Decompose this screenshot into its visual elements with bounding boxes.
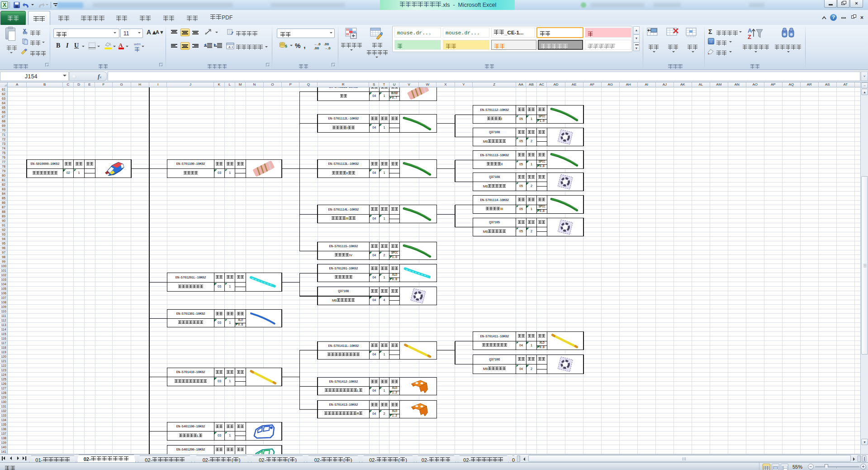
svg-text:Z: Z: [748, 34, 751, 40]
svg-text:a: a: [228, 45, 231, 49]
svg-text:$: $: [285, 44, 287, 48]
svg-text:A: A: [748, 27, 752, 34]
